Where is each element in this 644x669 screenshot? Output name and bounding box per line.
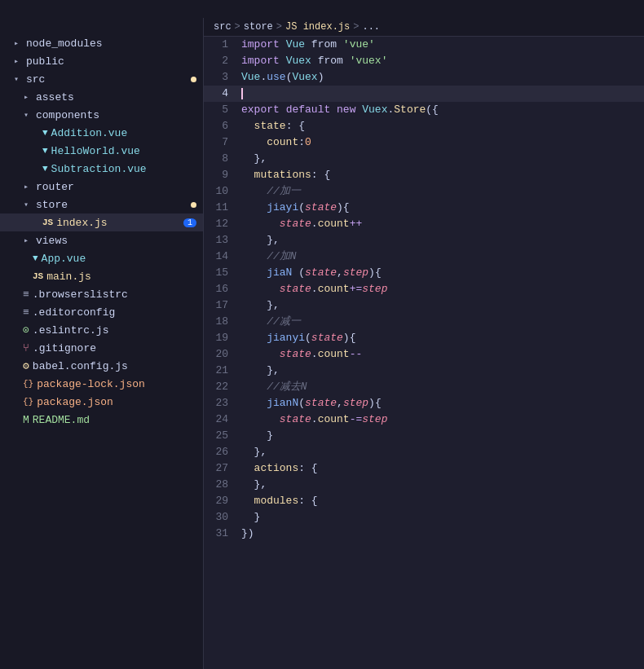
token-comment: //减一 [267,315,301,328]
code-line-3: 3Vue.use(Vuex) [204,69,644,86]
line-number: 25 [204,428,238,444]
line-content: } [238,428,273,444]
breadcrumb-store: store [244,21,273,33]
code-line-25: 25 } [204,428,644,444]
token-plain: ( [298,201,305,213]
line-content: state.count-- [238,346,362,363]
line-number: 26 [204,444,238,460]
chevron-right-icon: ▸ [20,182,33,191]
line-number: 30 [204,509,238,526]
line-number: 1 [204,37,238,53]
line-number: 5 [204,102,238,118]
sidebar-item-babel-config-js[interactable]: ⚙babel.config.js [0,357,203,375]
token-plain [280,103,286,116]
token-var-italic: step [362,283,387,295]
code-line-22: 22 //减去N [204,379,644,395]
token-var-italic: state [305,201,337,213]
sidebar-item-eslintrc-js[interactable]: ⊙.eslintrc.js [0,321,203,339]
sidebar-item-public[interactable]: ▸public [0,52,203,70]
line-content: Vue.use(Vuex) [238,69,324,86]
token-plain: }, [254,446,267,458]
code-editor[interactable]: 1import Vue from 'vue'2import Vuex from … [204,37,644,669]
vue-icon: ▼ [42,164,48,174]
vue-icon: ▼ [42,146,48,156]
tree-item-label: App.vue [42,253,86,265]
token-fn: jianyi [267,332,305,344]
sidebar-item-main-js[interactable]: JSmain.js [0,267,203,285]
code-line-16: 16 state.count+=step [204,281,644,297]
line-number: 21 [204,363,238,379]
breadcrumb-src: src [214,21,232,33]
sidebar-item-gitignore[interactable]: ⑂.gitignore [0,339,203,357]
sidebar-item-store[interactable]: ▾store [0,196,203,213]
sidebar-item-assets[interactable]: ▸assets [0,88,203,106]
code-line-2: 2import Vuex from 'vuex' [204,53,644,69]
line-number: 8 [204,151,238,167]
sidebar-item-browserslistrc[interactable]: ≡.browserslistrc [0,285,203,303]
token-plain [241,266,267,279]
code-line-29: 29 modules: { [204,493,644,509]
line-content: jiaN (state,step){ [238,265,382,281]
sidebar-item-package-lock-json[interactable]: {}package-lock.json [0,375,203,393]
token-plain: ){ [337,201,350,213]
token-plain: } [254,511,261,523]
line-number: 27 [204,460,238,477]
token-plain [241,185,267,197]
token-plain [241,478,254,491]
tree-item-label: Subtraction.vue [51,163,147,175]
token-kw: default [286,103,331,116]
sidebar-item-components[interactable]: ▾components [0,106,203,124]
line-number: 10 [204,183,238,200]
token-plain [241,381,267,393]
sidebar-item-router[interactable]: ▸router [0,178,203,196]
md-icon: M [23,414,29,426]
token-var-italic: state [280,218,311,230]
line-content: //加一 [238,183,301,200]
code-line-18: 18 //减一 [204,314,644,330]
sidebar-item-src[interactable]: ▾src [0,70,203,88]
token-op: -= [350,413,363,425]
token-plain: ){ [368,266,382,279]
token-plain: }, [267,299,280,311]
line-number: 31 [204,526,238,542]
chevron-right-icon: ▸ [20,235,33,245]
sidebar-item-views[interactable]: ▸views [0,231,203,249]
token-var-italic: state [311,332,343,344]
sidebar-item-app-vue[interactable]: ▼App.vue [0,249,203,267]
line-number: 23 [204,395,238,412]
sidebar-item-editorconfig[interactable]: ≡.editorconfig [0,303,203,321]
token-plain: . [311,413,318,425]
token-str: 'vue' [343,38,375,51]
line-content: modules: { [238,493,318,509]
token-plain [241,169,254,181]
code-line-20: 20 state.count-- [204,346,644,363]
sidebar-item-helloworld-vue[interactable]: ▼HelloWorld.vue [0,142,203,160]
line-number: 24 [204,412,238,428]
sidebar-item-index-js[interactable]: JSindex.js1 [0,213,203,231]
config-icon: ≡ [23,288,29,301]
breadcrumb-sep3: > [353,21,359,33]
code-line-24: 24 state.count-=step [204,412,644,428]
code-line-27: 27 actions: { [204,460,644,477]
token-plain: }, [267,364,280,376]
sidebar-item-readme-md[interactable]: MREADME.md [0,411,203,429]
line-content: state.count++ [238,216,362,232]
code-line-9: 9 mutations: { [204,167,644,183]
token-plain [241,495,254,507]
tree-item-label: components [36,109,99,121]
token-plain: . [311,283,318,295]
chevron-right-icon: ▸ [20,92,33,102]
eslint-icon: ⊙ [23,323,29,337]
sidebar-item-node_modules[interactable]: ▸node_modules [0,34,203,52]
sidebar-item-addition-vue[interactable]: ▼Addition.vue [0,124,203,142]
line-content: jianyi(state){ [238,330,355,346]
token-plain: ){ [343,332,356,344]
token-plain [280,38,286,51]
sidebar-item-subtraction-vue[interactable]: ▼Subtraction.vue [0,160,203,178]
token-plain [241,234,267,246]
line-content: //减一 [238,314,301,330]
token-kw: import [241,38,280,51]
main-layout: ▸node_modules▸public▾src▸assets▾componen… [0,18,644,669]
token-plain [241,299,267,311]
sidebar-item-package-json[interactable]: {}package.json [0,393,203,411]
